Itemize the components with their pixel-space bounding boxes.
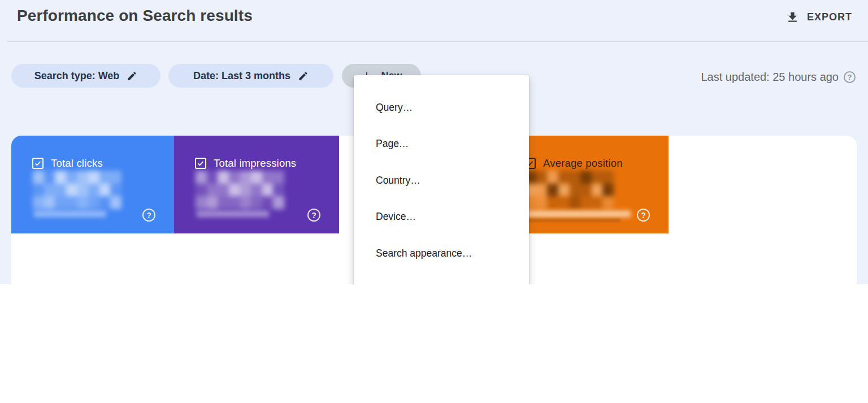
redacted-subvalue [34, 211, 106, 217]
help-icon[interactable]: ? [637, 209, 650, 222]
redacted-subvalue [197, 211, 269, 217]
metric-card-total-impressions[interactable]: Total impressions ? [174, 136, 339, 233]
menu-item-device[interactable]: Device… [354, 199, 529, 236]
help-icon[interactable]: ? [844, 71, 856, 83]
checkbox-checked-icon[interactable] [195, 158, 206, 169]
metric-card-total-clicks[interactable]: Total clicks ? [11, 136, 174, 233]
redacted-value [525, 171, 614, 209]
last-updated-text: Last updated: 25 hours ago [701, 71, 839, 84]
redacted-subvalue [526, 211, 631, 217]
metric-card-label: Total clicks [51, 157, 103, 170]
search-type-chip[interactable]: Search type: Web [11, 64, 160, 88]
help-icon[interactable]: ? [307, 209, 320, 222]
header-divider [7, 41, 868, 42]
last-updated-status: Last updated: 25 hours ago ? [701, 69, 856, 85]
date-filter-chip[interactable]: Date: Last 3 months [168, 64, 333, 88]
edit-pencil-icon [127, 71, 137, 81]
menu-item-search-appearance[interactable]: Search appearance… [354, 235, 529, 272]
new-filter-dropdown-menu: Query… Page… Country… Device… Search app… [354, 75, 529, 298]
menu-item-country[interactable]: Country… [354, 162, 529, 199]
help-icon[interactable]: ? [142, 209, 155, 222]
checkbox-checked-icon[interactable] [32, 158, 44, 169]
export-label: EXPORT [807, 11, 852, 23]
metric-card-label: Average position [543, 157, 623, 170]
download-icon [785, 10, 800, 24]
page-title: Performance on Search results [17, 7, 253, 25]
bottom-whitespace [0, 284, 868, 403]
edit-pencil-icon [298, 71, 309, 81]
export-button[interactable]: EXPORT [785, 8, 852, 26]
metric-card-label: Total impressions [214, 157, 296, 170]
search-type-chip-label: Search type: Web [34, 70, 120, 82]
date-chip-label: Date: Last 3 months [193, 70, 290, 82]
menu-item-query[interactable]: Query… [354, 89, 529, 126]
redacted-value [196, 171, 284, 209]
menu-item-page[interactable]: Page… [354, 126, 529, 163]
redacted-underline [527, 219, 620, 222]
redacted-value [33, 171, 121, 209]
performance-page: Performance on Search results EXPORT Sea… [0, 0, 868, 403]
